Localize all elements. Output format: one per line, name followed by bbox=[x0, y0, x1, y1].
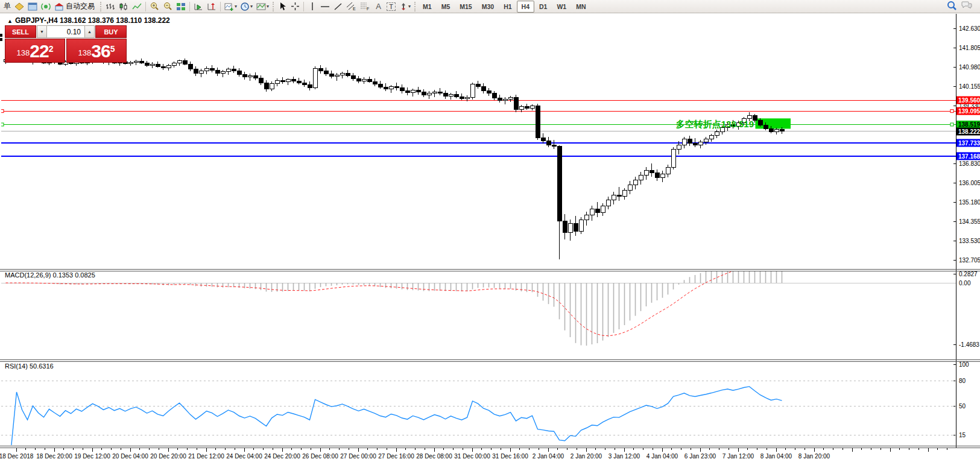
text-label-icon: T bbox=[387, 2, 396, 11]
line-handle[interactable] bbox=[950, 123, 953, 126]
svg-text:28 Dec 08:00: 28 Dec 08:00 bbox=[416, 453, 452, 460]
crosshair-button[interactable] bbox=[289, 1, 302, 13]
zoom-in-button[interactable] bbox=[148, 1, 161, 13]
pane-separator[interactable] bbox=[0, 446, 980, 448]
new-order-button[interactable] bbox=[13, 1, 26, 13]
volume-decrease-button[interactable]: ▼ bbox=[37, 25, 47, 38]
pane-separator[interactable] bbox=[0, 270, 980, 271]
zoom-out-button[interactable] bbox=[161, 1, 174, 13]
equidistant-channel-icon: E bbox=[346, 2, 356, 11]
svg-text:20 Dec 20:00: 20 Dec 20:00 bbox=[150, 453, 186, 460]
tf-button-M1[interactable]: M1 bbox=[418, 1, 437, 13]
line-chart-button[interactable] bbox=[130, 1, 144, 13]
channel-tool-button[interactable]: E bbox=[344, 1, 358, 13]
chat-icon[interactable] bbox=[961, 1, 972, 12]
sell-price-prefix: 138 bbox=[17, 45, 30, 61]
tf-button-W1[interactable]: W1 bbox=[552, 1, 571, 13]
templates-button[interactable]: ▾ bbox=[254, 1, 271, 13]
periods-button[interactable]: ▾ bbox=[239, 1, 254, 13]
svg-text:F: F bbox=[367, 7, 369, 11]
svg-text:138.519: 138.519 bbox=[958, 121, 980, 128]
tf-button-H4[interactable]: H4 bbox=[517, 1, 534, 13]
buy-price-main: 36 bbox=[91, 42, 110, 61]
svg-text:132.705: 132.705 bbox=[959, 257, 980, 264]
toolbar-grip[interactable] bbox=[273, 2, 274, 11]
main-toolbar: 单 自动交易 ▾ ▾ bbox=[0, 0, 980, 13]
bar-chart-button[interactable] bbox=[104, 1, 117, 13]
volume-increase-button[interactable]: ▲ bbox=[84, 25, 95, 38]
horizontal-line-tool-button[interactable] bbox=[318, 1, 332, 13]
chart-shift-button[interactable] bbox=[205, 1, 218, 13]
svg-text:139.560: 139.560 bbox=[958, 97, 980, 104]
collapse-chart-icon[interactable]: ▲ bbox=[7, 18, 13, 24]
dropdown-caret-icon[interactable]: ▾ bbox=[408, 4, 411, 9]
arrows-icon bbox=[399, 2, 408, 11]
vertical-line-tool-button[interactable] bbox=[306, 1, 318, 13]
text-tool-button[interactable]: A bbox=[372, 1, 385, 13]
macd-signal-line bbox=[6, 264, 782, 336]
svg-text:140.155: 140.155 bbox=[959, 83, 980, 90]
svg-text:133.530: 133.530 bbox=[959, 238, 980, 244]
candlestick-chart-button[interactable] bbox=[117, 1, 130, 13]
market-watch-button[interactable] bbox=[26, 1, 39, 13]
horizontal-lines[interactable] bbox=[1, 100, 956, 156]
search-icon[interactable] bbox=[947, 1, 956, 13]
svg-text:2 Jan 04:00: 2 Jan 04:00 bbox=[533, 453, 564, 460]
line-handle[interactable] bbox=[1, 123, 4, 126]
svg-text:26 Dec 08:00: 26 Dec 08:00 bbox=[302, 453, 338, 460]
line-handle[interactable] bbox=[950, 110, 953, 113]
indicators-button[interactable]: ▾ bbox=[223, 1, 239, 13]
svg-text:136.005: 136.005 bbox=[959, 180, 980, 186]
svg-text:6 Jan 23:00: 6 Jan 23:00 bbox=[684, 453, 716, 460]
bar-chart-icon bbox=[106, 2, 115, 11]
svg-text:24 Dec 20:00: 24 Dec 20:00 bbox=[264, 453, 300, 460]
macd-pane[interactable] bbox=[1, 260, 956, 346]
arrows-tool-button[interactable]: ▾ bbox=[397, 1, 413, 13]
buy-price-button[interactable]: 138365 bbox=[66, 39, 127, 63]
trendline-icon bbox=[334, 2, 343, 11]
buy-button[interactable]: BUY bbox=[95, 25, 127, 38]
crosshair-icon bbox=[291, 2, 300, 11]
left-edge-marker bbox=[0, 34, 2, 37]
sell-button[interactable]: SELL bbox=[5, 25, 36, 38]
text-tool-icon: A bbox=[374, 2, 383, 11]
autotrading-button[interactable]: 自动交易 bbox=[52, 1, 98, 13]
tf-button-M30[interactable]: M30 bbox=[477, 1, 499, 13]
autotrading-label: 自动交易 bbox=[64, 1, 96, 11]
signals-button[interactable] bbox=[39, 1, 52, 13]
main-chart-pane[interactable]: 多空转折点138.519 bbox=[1, 55, 956, 259]
candlestick-chart-icon bbox=[119, 2, 128, 11]
auto-scroll-button[interactable] bbox=[192, 1, 205, 13]
zoom-in-icon bbox=[150, 2, 159, 11]
tf-button-M5[interactable]: M5 bbox=[437, 1, 455, 13]
fibonacci-tool-button[interactable]: F bbox=[358, 1, 372, 13]
line-handle[interactable] bbox=[1, 110, 4, 113]
chart-canvas[interactable]: 多空转折点138.519142.630141.805140.980140.155… bbox=[0, 0, 980, 462]
tile-windows-button[interactable] bbox=[174, 1, 188, 13]
dropdown-caret-icon[interactable]: ▾ bbox=[250, 4, 253, 9]
cursor-icon bbox=[279, 2, 287, 11]
tf-button-D1[interactable]: D1 bbox=[534, 1, 552, 13]
trendline-tool-button[interactable] bbox=[332, 1, 344, 13]
buy-price-prefix: 138 bbox=[78, 45, 92, 61]
horizontal-line-icon bbox=[320, 2, 330, 11]
rsi-pane[interactable] bbox=[1, 381, 956, 448]
dropdown-caret-icon[interactable]: ▾ bbox=[267, 4, 269, 9]
text-label-tool-button[interactable]: T bbox=[385, 1, 397, 13]
time-axis[interactable]: 18 Dec 201818 Dec 20:0019 Dec 12:0020 De… bbox=[0, 448, 947, 460]
svg-text:2 Jan 20:00: 2 Jan 20:00 bbox=[571, 453, 602, 460]
volume-input[interactable] bbox=[47, 25, 84, 38]
tf-button-M15[interactable]: M15 bbox=[455, 1, 476, 13]
pane-separator[interactable] bbox=[0, 360, 980, 362]
dropdown-caret-icon[interactable]: ▾ bbox=[235, 4, 237, 9]
svg-text:-1.4683: -1.4683 bbox=[959, 341, 979, 348]
toolbar-grip[interactable] bbox=[414, 2, 416, 11]
toolbar-grip[interactable] bbox=[100, 2, 102, 11]
sell-price-button[interactable]: 138222 bbox=[5, 39, 65, 63]
one-click-trading-panel: SELL ▼ ▲ BUY 138222 138365 bbox=[5, 25, 127, 63]
svg-text:80: 80 bbox=[959, 378, 966, 384]
tf-button-MN[interactable]: MN bbox=[571, 1, 590, 13]
cursor-button[interactable] bbox=[276, 1, 289, 13]
price-axis[interactable]: 142.630141.805140.980140.155139.330136.8… bbox=[953, 25, 980, 438]
tf-button-H1[interactable]: H1 bbox=[499, 1, 516, 13]
